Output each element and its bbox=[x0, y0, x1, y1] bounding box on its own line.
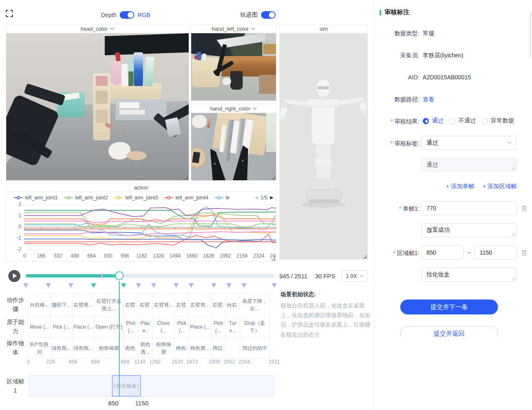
action-line-chart[interactable] bbox=[6, 203, 276, 252]
camera-title-hand-left[interactable]: hand_left_color bbox=[191, 25, 276, 33]
timeline-cell[interactable] bbox=[225, 337, 240, 358]
timeline-row-label: 操作物体 bbox=[6, 337, 25, 358]
timeline-cell[interactable]: 右臂将... bbox=[72, 293, 95, 317]
timeline-cell[interactable]: Pick (... bbox=[123, 316, 138, 338]
timeline-cell[interactable]: 肉色. bbox=[123, 337, 138, 358]
legend-item[interactable]: left_arm_joint2 bbox=[64, 195, 108, 201]
legend-item[interactable]: left_arm_joint3 bbox=[114, 195, 158, 201]
radio-fail[interactable]: 不通过 bbox=[449, 117, 476, 125]
progress-slider[interactable] bbox=[26, 274, 274, 277]
timeline-cell[interactable]: B户型房间 bbox=[28, 337, 51, 358]
timeline-cell[interactable]: 右臂. bbox=[123, 293, 138, 317]
camera-title-head[interactable]: head_color bbox=[6, 25, 189, 33]
camera-title-hand-right[interactable]: hand_right_color bbox=[191, 104, 276, 113]
timeline-cell[interactable]: 用过的纸巾 bbox=[240, 337, 270, 358]
timeline-cell[interactable]: 粉饼抽屉 bbox=[153, 337, 175, 358]
legend-item[interactable]: le bbox=[214, 195, 229, 201]
region-start-input[interactable] bbox=[421, 246, 464, 260]
legend-item[interactable]: left_arm_joint1 bbox=[14, 195, 58, 201]
timeline-cell[interactable]: 向前移... bbox=[28, 293, 51, 317]
timeline-cell[interactable]: 腰部下... bbox=[50, 293, 73, 317]
timeline-cell[interactable]: 左臂. bbox=[174, 293, 189, 317]
segment-marker[interactable] bbox=[189, 283, 194, 288]
legend-prev-icon[interactable]: ◀ bbox=[254, 195, 258, 200]
radio-abnormal[interactable]: 异常数据 bbox=[482, 117, 514, 125]
resize-handle-icon[interactable] bbox=[271, 175, 275, 179]
timeline-axis-tick: 0 bbox=[27, 359, 30, 365]
timeline-cell[interactable]: 左臂将... bbox=[189, 293, 211, 317]
timeline-cell[interactable]: Place (... bbox=[72, 316, 95, 338]
segment-marker[interactable] bbox=[151, 283, 156, 288]
timeline-cell[interactable]: Drop（丢下） bbox=[240, 316, 270, 338]
segment-marker[interactable] bbox=[241, 283, 246, 288]
data-path-view-link[interactable]: 查看 bbox=[423, 96, 434, 103]
segment-marker[interactable] bbox=[272, 283, 277, 288]
timeline-cell[interactable]: Pick (... bbox=[211, 316, 226, 338]
timeline-cell[interactable]: Pick (... bbox=[174, 316, 189, 338]
single-frame-input[interactable] bbox=[421, 201, 517, 215]
segment-marker[interactable] bbox=[69, 283, 74, 288]
textarea-resize-icon[interactable] bbox=[512, 277, 515, 280]
review-tag-note-textarea[interactable]: 通过 bbox=[421, 158, 517, 172]
progress-handle[interactable] bbox=[115, 271, 124, 280]
timeline-cell[interactable]: Turn... bbox=[225, 316, 240, 338]
textarea-resize-icon[interactable] bbox=[512, 167, 515, 170]
segment-marker[interactable] bbox=[136, 283, 141, 288]
sim-viewport[interactable] bbox=[280, 33, 367, 259]
fullscreen-icon[interactable] bbox=[6, 10, 13, 17]
segment-marker[interactable] bbox=[91, 283, 96, 288]
playhead-line[interactable] bbox=[119, 281, 120, 396]
play-button[interactable] bbox=[8, 270, 20, 282]
timeline-cell[interactable]: Close (... bbox=[153, 316, 175, 338]
region-handle-left[interactable] bbox=[114, 383, 115, 389]
timeline-cell[interactable]: 桃色唇... bbox=[189, 337, 211, 358]
segment-marker[interactable] bbox=[23, 283, 28, 288]
delete-single-frame-icon[interactable] bbox=[521, 205, 528, 212]
timeline-cell[interactable]: 向右. bbox=[225, 293, 240, 317]
add-region-frame-button[interactable]: + 添加区域帧 bbox=[483, 183, 517, 190]
timeline-cell[interactable]: Pick (... bbox=[50, 316, 73, 338]
segment-marker[interactable] bbox=[211, 283, 216, 288]
submit-next-button[interactable]: 提交并下一条 bbox=[400, 300, 498, 314]
timeline-cell[interactable]: 绿色瓶... bbox=[50, 337, 73, 358]
region-frame-track[interactable]: 拉化妆盒 bbox=[28, 375, 274, 397]
playback-speed-select[interactable]: 1.0X bbox=[342, 270, 367, 282]
timeline-cell[interactable]: Place.. bbox=[138, 316, 153, 338]
timeline-cell[interactable]: 桃色. bbox=[174, 337, 189, 358]
segment-marker[interactable] bbox=[46, 283, 51, 288]
timeline-cell[interactable]: 用过. bbox=[211, 337, 226, 358]
single-frame-marker-dot[interactable] bbox=[100, 274, 103, 277]
segment-marker[interactable] bbox=[121, 283, 126, 288]
timeline-cell[interactable]: Place (... bbox=[189, 316, 211, 338]
region-frame-label: 区域帧1: bbox=[374, 250, 419, 257]
timeline-cell[interactable]: Move (... bbox=[28, 316, 51, 338]
radio-pass[interactable]: 通过 bbox=[423, 117, 443, 125]
review-tag-select[interactable]: 通过 bbox=[421, 136, 517, 150]
region-frame-note-textarea[interactable]: 拉化妆盒 bbox=[421, 268, 517, 282]
delete-region-frame-icon[interactable] bbox=[521, 249, 528, 256]
segment-marker[interactable] bbox=[174, 283, 179, 288]
region-frame-segment[interactable]: 拉化妆盒 bbox=[112, 375, 141, 397]
timeline-cell[interactable]: 右臂. bbox=[211, 293, 226, 317]
segment-marker[interactable] bbox=[227, 283, 232, 288]
submit-back-button[interactable]: 提交并返回 bbox=[400, 326, 498, 336]
legend-item[interactable]: left_arm_joint4 bbox=[164, 195, 208, 201]
timeline-cell[interactable]: 高度下降，右... bbox=[240, 293, 270, 317]
region-handle-right[interactable] bbox=[138, 383, 138, 389]
add-single-frame-button[interactable]: + 添加单帧 bbox=[446, 183, 474, 190]
depth-rgb-toggle[interactable] bbox=[120, 11, 134, 19]
chevron-down-icon bbox=[360, 275, 364, 277]
region-end-input[interactable] bbox=[474, 246, 517, 260]
resize-handle-icon[interactable] bbox=[362, 254, 367, 258]
timeline-cell[interactable]: 肉色透... bbox=[138, 337, 153, 358]
textarea-resize-icon[interactable] bbox=[512, 232, 515, 236]
resize-handle-icon[interactable] bbox=[184, 175, 188, 179]
single-frame-note-textarea[interactable]: 放置成功 bbox=[421, 223, 517, 237]
resize-handle-icon[interactable] bbox=[271, 256, 275, 260]
legend-next-icon[interactable]: ▶ bbox=[270, 195, 273, 200]
trajectory-toggle[interactable] bbox=[261, 11, 276, 19]
timeline-cell[interactable]: 绿色瓶... bbox=[72, 337, 95, 358]
timeline-cell[interactable]: 右臂将... bbox=[153, 293, 175, 317]
timeline-cell[interactable]: 右臂. bbox=[138, 293, 153, 317]
panel-scrollbar[interactable] bbox=[530, 12, 531, 58]
